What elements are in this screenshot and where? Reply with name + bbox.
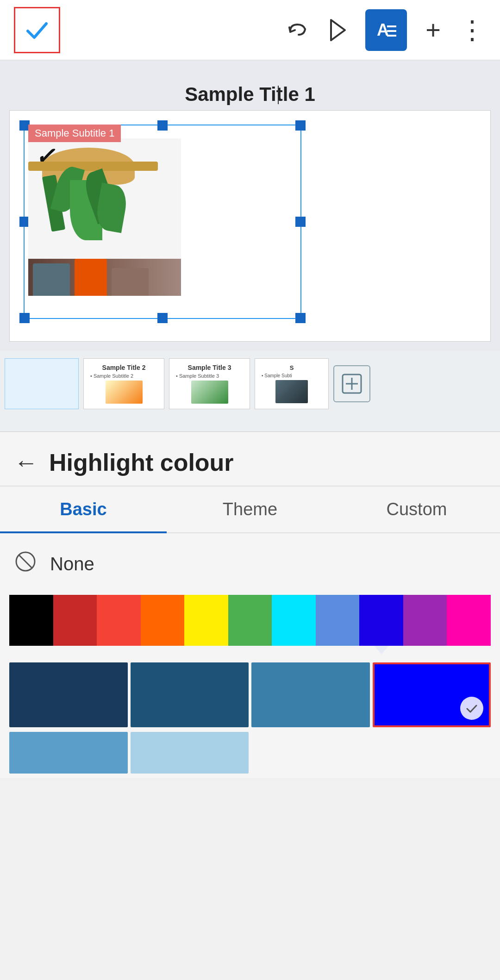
handle-tr[interactable]: [295, 120, 306, 131]
toolbar-actions: A + ⋮: [286, 9, 486, 51]
handle-mr[interactable]: [295, 217, 306, 227]
panel-title: Highlight colour: [49, 449, 234, 476]
shade-checkmark: [460, 697, 483, 720]
svg-marker-0: [331, 20, 345, 40]
none-label: None: [50, 554, 94, 574]
swatch-black[interactable]: [9, 595, 53, 646]
slide-image: ✓: [28, 138, 181, 296]
slide-4-img: [275, 380, 308, 403]
slide-3-img: [191, 381, 228, 404]
slide-strip: 1 Sample Title 2 • Sample Subtitle 2 2 S…: [0, 351, 500, 432]
tab-theme[interactable]: Theme: [167, 487, 333, 532]
swatch-cyan[interactable]: [272, 595, 316, 646]
undo-button[interactable]: [286, 18, 310, 42]
shade-2[interactable]: [131, 662, 249, 727]
shade-4[interactable]: [373, 662, 491, 727]
no-color-icon: [14, 550, 37, 578]
color-section: [0, 595, 500, 658]
shade-1[interactable]: [9, 662, 128, 727]
slide-thumb-3[interactable]: Sample Title 3 • Sample Subtitle 3: [169, 358, 250, 409]
slide-3-title: Sample Title 3: [188, 364, 231, 371]
slide-4-title: S: [290, 364, 294, 371]
swatch-light-blue[interactable]: [316, 595, 360, 646]
shade-3[interactable]: [251, 662, 370, 727]
swatch-magenta[interactable]: [447, 595, 491, 646]
handle-bm[interactable]: [157, 313, 168, 323]
add-slide-button[interactable]: [333, 365, 370, 402]
slide-2-subtitle: • Sample Subtitle 2: [90, 373, 133, 379]
slide-thumb-1[interactable]: [5, 358, 79, 409]
swatch-orange[interactable]: [141, 595, 185, 646]
handle-br[interactable]: [295, 313, 306, 323]
slide-canvas: Sample Title 1 Sample Subtitle 1 ✓: [0, 60, 500, 351]
play-button[interactable]: [328, 18, 347, 42]
highlight-color-panel: ← Highlight colour Basic Theme Custom No…: [0, 432, 500, 778]
text-format-button[interactable]: A: [365, 9, 407, 51]
handle-bl[interactable]: [19, 313, 30, 323]
slide-main[interactable]: Sample Subtitle 1 ✓: [9, 110, 491, 342]
tab-basic[interactable]: Basic: [0, 487, 167, 532]
shade-6[interactable]: [131, 732, 249, 774]
shade-grid-row2: [0, 732, 500, 778]
swatch-yellow[interactable]: [184, 595, 228, 646]
svg-line-9: [19, 555, 32, 568]
confirm-button[interactable]: [14, 7, 60, 53]
handle-tm[interactable]: [157, 120, 168, 131]
toolbar: A + ⋮: [0, 0, 500, 60]
swatch-blue[interactable]: [359, 595, 403, 646]
slide-3-subtitle: • Sample Subtitle 3: [176, 373, 219, 379]
swatch-dark-red[interactable]: [53, 595, 97, 646]
slide-2-img: [106, 381, 143, 404]
slide-4-subtitle: • Sample Subti: [262, 373, 292, 378]
tab-custom[interactable]: Custom: [333, 487, 500, 532]
swatch-purple[interactable]: [403, 595, 447, 646]
shade-5[interactable]: [9, 732, 128, 774]
slide-thumb-4[interactable]: S • Sample Subti: [255, 358, 329, 409]
slide-thumb-2[interactable]: Sample Title 2 • Sample Subtitle 2: [83, 358, 164, 409]
shade-grid-row1: [0, 658, 500, 732]
add-button[interactable]: +: [425, 15, 441, 45]
swatch-red[interactable]: [97, 595, 141, 646]
slide-2-title: Sample Title 2: [102, 364, 146, 371]
color-row-main: [9, 595, 491, 646]
more-button[interactable]: ⋮: [459, 15, 486, 45]
color-tabs: Basic Theme Custom: [0, 487, 500, 533]
slide-subtitle[interactable]: Sample Subtitle 1: [28, 125, 121, 142]
slide-title-text: Sample Title 1: [185, 83, 315, 105]
slide-title[interactable]: Sample Title 1: [9, 74, 491, 110]
none-option[interactable]: None: [0, 533, 500, 595]
swatch-green[interactable]: [228, 595, 272, 646]
panel-header: ← Highlight colour: [0, 432, 500, 486]
back-button[interactable]: ←: [14, 449, 38, 476]
